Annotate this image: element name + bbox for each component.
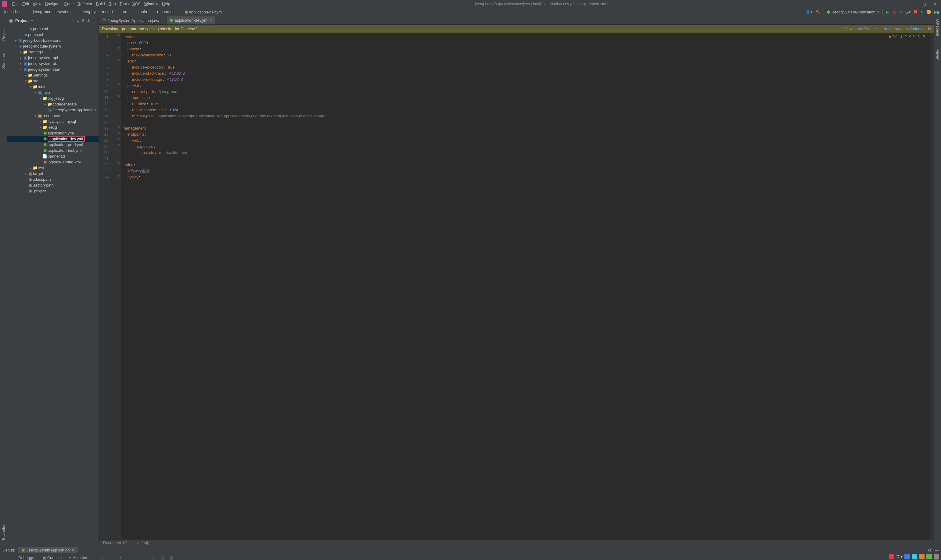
settings-icon[interactable]: ✻	[87, 18, 90, 23]
tree-item-codegenerate[interactable]: ▸📁codegenerate	[7, 101, 99, 107]
tray-icon-4[interactable]	[926, 554, 932, 559]
tool-window-favorites[interactable]: Favorites	[1, 524, 6, 540]
menu-build[interactable]: Build	[94, 1, 107, 7]
menu-vcs[interactable]: VCS	[131, 1, 142, 7]
tree-item-jeecg-module-system[interactable]: ▾▣jeecg-module-system	[7, 43, 99, 49]
debugger-tab[interactable]: Debugger	[17, 555, 37, 560]
search-everywhere-icon[interactable]	[927, 10, 931, 14]
tool-window-maven[interactable]: Maven	[935, 48, 940, 60]
menu-window[interactable]: Window	[142, 1, 160, 7]
maximize-button[interactable]: ▢	[922, 2, 926, 6]
breadcrumb-2[interactable]: jeecg-system-start	[78, 9, 120, 15]
debug-toolbar-icons[interactable]: ≡ ↥ ↧ ↓ ↑ ⤴ ⎌ ▤ ▦	[100, 555, 177, 560]
profile-icon[interactable]: ◷▾	[905, 10, 911, 14]
expand-all-icon[interactable]: ≡	[77, 18, 79, 23]
tree-item-jeecg-boot-base-core[interactable]: ▸▣jeecg-boot-base-core	[7, 37, 99, 43]
banner-download-link[interactable]: Download Chinese	[845, 26, 878, 31]
editor-tab-application-dev-yml[interactable]: ⬢application-dev.yml×	[166, 17, 216, 25]
menu-refactor[interactable]: Refactor	[75, 1, 94, 7]
tray-icon-2[interactable]	[912, 554, 917, 559]
tree-item-logback-spring-xml[interactable]: ⬢logback-spring.xml	[7, 159, 99, 165]
tree-item-banner-txt[interactable]: 📄banner.txt	[7, 153, 99, 159]
breadcrumb-6[interactable]: ⬢ application-dev.yml	[182, 9, 226, 15]
menu-tools[interactable]: Tools	[118, 1, 131, 7]
debug-button[interactable]: 🐞	[892, 10, 897, 14]
tree-item-jeecg-system-start[interactable]: ▾▣jeecg-system-start	[7, 66, 99, 72]
tree-item-application-prod-yml[interactable]: ⬢application-prod.yml	[7, 142, 99, 148]
user-icon[interactable]: 👤▾	[805, 10, 813, 14]
code-content[interactable]: server: port: 8080 tomcat: max-swallow-s…	[121, 32, 930, 539]
minimize-button[interactable]: —	[912, 2, 916, 6]
tray-icon-3[interactable]	[919, 554, 924, 559]
tree-item--project[interactable]: ◉.project	[7, 188, 99, 194]
breadcrumb-1[interactable]: jeecg-module-system	[31, 9, 79, 15]
ime-icon[interactable]	[889, 554, 894, 559]
run-button[interactable]: ▶	[886, 10, 889, 14]
tree-item-test[interactable]: ▸📁test	[7, 165, 99, 171]
stop-button[interactable]	[914, 10, 917, 14]
actuator-tab[interactable]: ✲ Actuator	[67, 555, 88, 560]
collapse-all-icon[interactable]: ⇵	[82, 18, 85, 23]
project-view-icon[interactable]: ▣	[9, 18, 13, 23]
breadcrumb-4[interactable]: main	[136, 9, 155, 15]
breadcrumb-3[interactable]: src	[120, 9, 136, 15]
tree-item-flyway-sql-mysql[interactable]: ▸📁flyway.sql.mysql	[7, 118, 99, 125]
tree-item--settings[interactable]: ▸📁.settings	[7, 49, 99, 55]
breadcrumb-0[interactable]: jeecg-boot	[2, 9, 31, 15]
code-editor[interactable]: 123456789101112131415161718192021222324 …	[99, 32, 934, 539]
menu-navigate[interactable]: Navigate	[43, 1, 62, 7]
tree-item-application-yml[interactable]: ⬢application.yml	[7, 130, 99, 136]
project-header-title[interactable]: Project	[15, 18, 29, 23]
os-tray-icons: 英 ▾	[889, 554, 939, 559]
tree-item-resources[interactable]: ▾▣resources	[7, 113, 99, 118]
tree-item--factorypath[interactable]: ◉.factorypath	[7, 182, 99, 188]
hammer-icon[interactable]: 🔨	[816, 10, 821, 14]
project-view-dropdown-icon[interactable]: ▾	[31, 18, 33, 23]
tree-item-application-dev-yml[interactable]: ⬢application-dev.yml	[7, 136, 99, 142]
menu-view[interactable]: View	[31, 1, 43, 7]
close-button[interactable]: ✕	[932, 2, 937, 6]
tree-item-org-jeecg[interactable]: ▾📁org.jeecg	[7, 95, 99, 101]
update-icon[interactable]: ↻	[920, 10, 924, 14]
tree-item-pom-xml[interactable]: mpom.xml	[7, 32, 99, 37]
run-config-selector[interactable]: ⬢ JeecgSystemApplication ▾	[824, 9, 883, 15]
tree-item-jeecg-system-api[interactable]: ▸▣jeecg-system-api	[7, 55, 99, 61]
locate-icon[interactable]: ⊙	[71, 18, 74, 23]
tree-item--settings[interactable]: ▸📁.settings	[7, 72, 99, 78]
menu-edit[interactable]: Edit	[20, 1, 31, 7]
tool-window-structure[interactable]: Structure	[1, 53, 6, 69]
tree-item-pom-xml[interactable]: mpom.xml	[7, 26, 99, 32]
tray-icon-5[interactable]	[934, 554, 939, 559]
editor-tab-jeecgsystemapplication-java[interactable]: ⒸJeecgSystemApplication.java×	[99, 17, 166, 25]
tree-item-jeecgsystemapplication[interactable]: ⒸJeecgSystemApplication	[7, 107, 99, 113]
debug-gear-icon[interactable]: ⚙	[928, 548, 932, 552]
tree-item-jeecg-system-biz[interactable]: ▸▣jeecg-system-biz	[7, 61, 99, 66]
banner-never-link[interactable]: Never suggest Chinese	[883, 26, 924, 31]
breadcrumb-5[interactable]: resources	[155, 9, 182, 15]
tree-item-application-test-yml[interactable]: ⬢application-test.yml	[7, 148, 99, 153]
tool-window-database[interactable]: Database	[935, 19, 940, 36]
tree-item-java[interactable]: ▾▣java	[7, 90, 99, 95]
tree-item--classpath[interactable]: ◉.classpath	[7, 177, 99, 182]
menu-run[interactable]: Run	[107, 1, 118, 7]
tree-item-src[interactable]: ▾📁src	[7, 78, 99, 84]
error-stripe[interactable]	[930, 32, 934, 539]
tool-window-project[interactable]: Project	[1, 28, 6, 40]
project-tree[interactable]: mpom.xmlmpom.xml▸▣jeecg-boot-base-core▾▣…	[7, 25, 99, 546]
debug-hide-icon[interactable]: —	[935, 548, 939, 552]
menu-code[interactable]: Code	[63, 1, 75, 7]
ime-lang[interactable]: 英 ▾	[896, 554, 902, 559]
tree-item-target[interactable]: ▸▣target	[7, 171, 99, 177]
banner-gear-icon[interactable]: ⚙	[927, 26, 931, 31]
tree-item-main[interactable]: ▾📁main	[7, 84, 99, 90]
tree-item-jeecg[interactable]: ▸📁jeecg	[7, 125, 99, 130]
coverage-icon[interactable]: ⎋	[900, 10, 902, 14]
menu-help[interactable]: Help	[160, 1, 172, 7]
tray-icon-1[interactable]	[904, 554, 910, 559]
debug-session-tab[interactable]: ⬢ JeecgSystemApplication ✕	[18, 547, 77, 553]
hide-icon[interactable]: —	[92, 18, 96, 23]
console-tab[interactable]: ▣ Console	[41, 555, 63, 560]
fold-column[interactable]: ⊟⊟⊟⊟⊟⊟⊟⊟⊟⊟⊟	[117, 32, 121, 539]
menu-file[interactable]: File	[10, 1, 20, 7]
ide-tools-icon[interactable]: ▶▮	[934, 10, 939, 14]
